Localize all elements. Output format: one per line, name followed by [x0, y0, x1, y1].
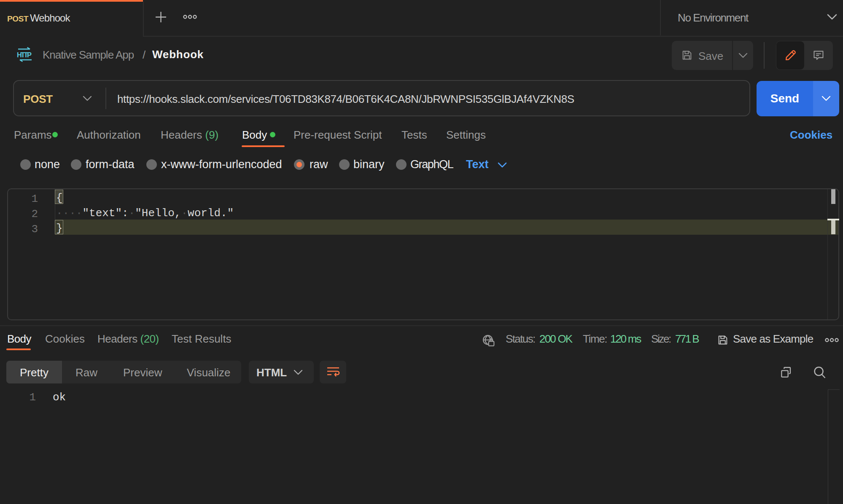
svg-text:HTTP: HTTP	[17, 51, 32, 59]
